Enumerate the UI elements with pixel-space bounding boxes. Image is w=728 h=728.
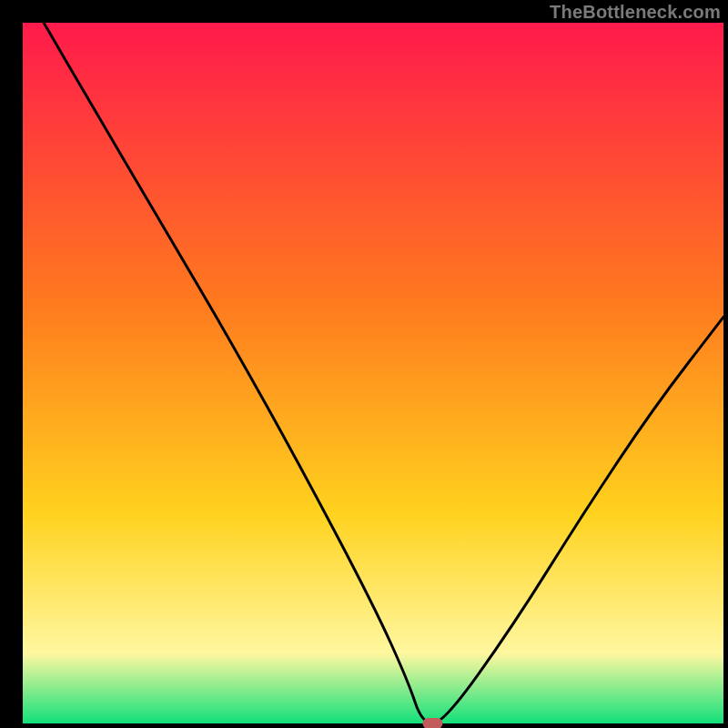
- frame-left: [0, 0, 23, 728]
- chart-container: TheBottleneck.com: [0, 0, 728, 728]
- frame-bottom: [0, 723, 728, 728]
- watermark-text: TheBottleneck.com: [550, 2, 721, 23]
- plot-background: [23, 23, 723, 723]
- bottleneck-chart: [0, 0, 728, 728]
- frame-right: [723, 0, 728, 728]
- optimal-point-marker: [422, 718, 442, 728]
